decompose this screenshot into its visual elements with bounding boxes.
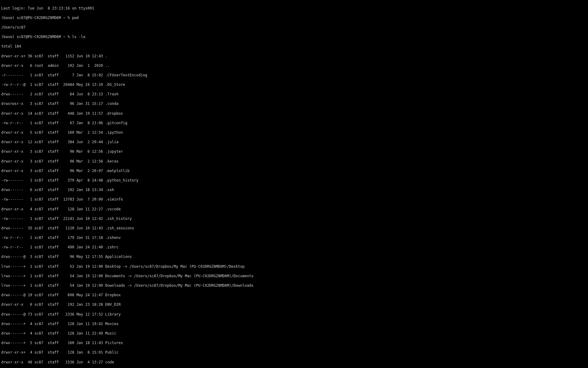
shell-line: (base) sc87@PU-C02DRGZ8MD6M ~ % pwd (1, 16, 587, 21)
terminal-viewport[interactable]: Last login: Tue Jun 8 23:13:16 on ttys00… (0, 0, 588, 368)
ls-row: -r-------- 1 sc87 staff 7 Jan 8 15:02 .C… (1, 73, 587, 78)
ls-row: drwxr-xr-x 6 sc87 staff 192 Jan 23 18:28… (1, 302, 587, 307)
ls-row: lrwx------+ 1 sc87 staff 52 Jan 19 12:00… (1, 264, 587, 269)
ls-row: -rw------- 1 sc87 staff 13783 Jun 7 20:0… (1, 197, 587, 202)
ls-row: drwx------+ 4 sc87 staff 128 Jan 11 22:4… (1, 331, 587, 336)
ls-row: drwxr-xr-x+ 36 sc87 staff 1152 Jun 10 12… (1, 54, 587, 59)
ls-row: drwxr-xr-x 3 sc87 staff 96 Mar 6 12:56 .… (1, 149, 587, 154)
ls-row: drwx------+ 5 sc87 staff 160 Jan 18 11:4… (1, 341, 587, 346)
ls-row: drwx------@ 73 sc87 staff 2336 May 12 17… (1, 312, 587, 317)
ls-row: drwxr-xr-x+ 4 sc87 staff 128 Jan 8 15:01… (1, 350, 587, 355)
shell-line: (base) sc87@PU-C02DRGZ8MD6M ~ % ls -la (1, 35, 587, 40)
ls-row: -rw-r--r-- 1 sc87 staff 179 Jan 31 17:18… (1, 236, 587, 240)
ls-row: drwxr-xr-x 3 sc87 staff 96 Mar 2 20:07 .… (1, 169, 587, 174)
ls-row: drwxr-xr-x 5 sc87 staff 160 Mar 2 12:54 … (1, 130, 587, 135)
ls-row: drwx------ 35 sc87 staff 1120 Jun 10 12:… (1, 226, 587, 231)
ls-row: drwx------@ 19 sc87 staff 608 May 24 12:… (1, 293, 587, 298)
ls-row: drwx------@ 3 sc87 staff 96 May 12 17:55… (1, 255, 587, 259)
ls-row: lrwx------+ 1 sc87 staff 54 Jan 19 12:00… (1, 274, 587, 279)
ls-row: -rw-r--r--@ 1 sc87 staff 20484 May 24 13… (1, 82, 587, 87)
ls-row: -rw------- 1 sc87 staff 379 Apr 8 14:48 … (1, 178, 587, 183)
ls-row: -rw-r--r-- 1 sc87 staff 490 Jan 24 21:40… (1, 245, 587, 250)
ls-row: drwx------ 2 sc87 staff 64 Jun 8 23:13 .… (1, 92, 587, 97)
ls-row: drwxr-xr-x 6 root admin 192 Jan 1 2020 .… (1, 63, 587, 68)
ls-row: drwxr-xr-x 12 sc87 staff 384 Jun 2 20:44… (1, 140, 587, 145)
ls-row: lrwx------+ 1 sc87 staff 54 Jan 19 12:00… (1, 283, 587, 288)
output-line: /Users/sc87 (1, 25, 587, 30)
ls-row: drwx------+ 4 sc87 staff 128 Jan 11 19:4… (1, 322, 587, 327)
ls-row: drwxr-xr-x 3 sc87 staff 96 Mar 2 12:56 .… (1, 159, 587, 164)
output-line: total 184 (1, 44, 587, 49)
ls-row: drwxrwsr-x 3 sc87 staff 96 Jan 31 15:17 … (1, 102, 587, 106)
ls-row: drwxr-xr-x 48 sc87 staff 1536 Jun 4 13:2… (1, 360, 587, 365)
ls-row: drwxr-xr-x 4 sc87 staff 128 Jan 11 22:27… (1, 207, 587, 212)
ls-row: drwxr-xr-x 14 sc87 staff 448 Jan 19 11:5… (1, 111, 587, 116)
last-login-line: Last login: Tue Jun 8 23:13:16 on ttys00… (1, 6, 587, 11)
ls-row: -rw------- 1 sc87 staff 22141 Jun 10 12:… (1, 217, 587, 221)
ls-row: drwx------ 6 sc87 staff 192 Jan 18 13:34… (1, 188, 587, 193)
ls-row: -rw-r--r-- 1 sc87 staff 67 Jan 8 21:06 .… (1, 121, 587, 126)
